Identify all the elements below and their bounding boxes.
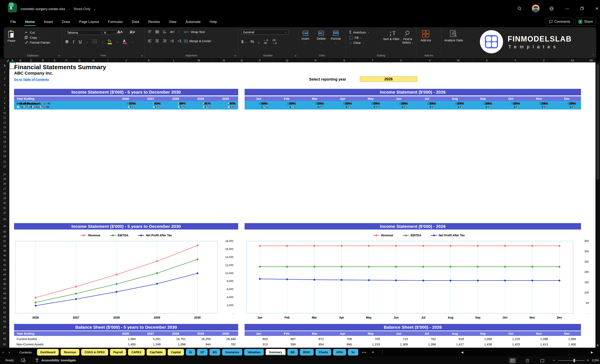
row-header-54[interactable]: 54 — [0, 320, 9, 324]
cell[interactable]: Oct — [497, 331, 525, 336]
scroll-down-icon[interactable]: ▼ — [596, 344, 599, 347]
column-header-P[interactable]: P — [247, 58, 273, 62]
find-select-button[interactable]: Find & Select ⌄ — [399, 31, 416, 45]
cell[interactable]: 1,309 — [385, 342, 413, 347]
cell[interactable]: 1,396 — [413, 342, 441, 347]
cell[interactable]: 1,096 — [163, 342, 188, 347]
cell[interactable]: 1,396 — [525, 337, 553, 341]
percent-style-button[interactable]: % — [251, 39, 254, 44]
cell[interactable]: 51% — [244, 105, 273, 109]
column-header-G[interactable]: G — [72, 58, 87, 62]
zoom-out-button[interactable]: − — [553, 358, 555, 363]
sheet-tab-cf[interactable]: CF — [197, 349, 207, 355]
column-header-J[interactable]: J — [116, 58, 136, 62]
row-header-28[interactable]: 28 — [0, 191, 9, 196]
cell[interactable]: Nov — [525, 96, 553, 101]
fill-button[interactable]: ↓Fill⌄ — [349, 36, 369, 39]
row-header-26[interactable]: 26 — [0, 182, 9, 186]
column-header-S[interactable]: S — [330, 58, 358, 62]
cell[interactable]: 2027 — [138, 96, 163, 101]
zoom-in-button[interactable]: + — [587, 358, 589, 363]
cell[interactable]: Mar — [301, 331, 329, 336]
row-header-39[interactable]: 39 — [0, 248, 9, 253]
cell[interactable]: Apr — [329, 96, 357, 101]
cell[interactable]: 672 — [301, 337, 329, 341]
comments-button[interactable]: Comments — [546, 18, 573, 26]
cell[interactable]: Aug — [441, 331, 469, 336]
cell[interactable]: 49% — [497, 105, 525, 109]
sheet-tab-revenue[interactable]: Revenue — [61, 349, 79, 355]
cell[interactable]: May — [357, 331, 385, 336]
addins-button[interactable]: Add-ins — [421, 30, 431, 42]
clear-button[interactable]: ◇Clear⌄ — [349, 41, 369, 45]
column-header-V[interactable]: V — [416, 58, 444, 62]
column-header-AB[interactable]: AB — [587, 58, 595, 62]
cell[interactable]: 50% — [301, 105, 329, 109]
menu-tab-insert[interactable]: Insert — [39, 17, 57, 27]
menu-tab-review[interactable]: Review — [144, 17, 164, 27]
align-bottom-icon[interactable] — [162, 30, 167, 34]
column-header-E[interactable]: E — [49, 58, 61, 62]
column-header-K[interactable]: K — [136, 58, 161, 62]
fill-color-button[interactable] — [108, 39, 112, 44]
more-sheets-icon[interactable]: ••• — [362, 351, 367, 354]
cell[interactable]: 687 — [273, 337, 301, 341]
cell[interactable]: 2028 — [163, 331, 188, 336]
sheet-tab-roic[interactable]: ROIC — [300, 349, 314, 355]
cell[interactable]: 2026 — [113, 331, 138, 336]
cell[interactable]: Jun — [385, 96, 413, 101]
cell[interactable]: 53% — [138, 105, 163, 109]
insert-cells-button[interactable]: Insert⌄ — [301, 31, 309, 44]
row-header-14[interactable]: 14 — [0, 130, 9, 135]
cell[interactable]: 49% — [113, 105, 138, 109]
row-header-31[interactable]: 31 — [0, 206, 9, 210]
row-header-22[interactable]: 22 — [0, 164, 9, 169]
cell[interactable]: 803 — [244, 337, 273, 341]
column-header-F[interactable]: F — [61, 58, 72, 62]
cell[interactable]: 1,400 — [553, 342, 581, 347]
cell[interactable]: 709 — [357, 337, 385, 341]
cell[interactable]: 51% — [273, 105, 301, 109]
tab-scroll-right-icon[interactable]: › — [6, 350, 12, 355]
cell[interactable]: 1,248 — [138, 342, 163, 347]
row-header-60[interactable]: 60 — [0, 341, 9, 348]
cell[interactable]: 2029 — [188, 331, 213, 336]
cell[interactable]: 918 — [441, 337, 469, 341]
cell[interactable]: 1,565 — [113, 337, 138, 341]
row-header-41[interactable]: 41 — [0, 258, 9, 263]
cell[interactable]: Feb — [273, 331, 301, 336]
cell[interactable]: Net Profit After Tax % — [14, 105, 113, 109]
row-header-1[interactable]: 1 — [0, 62, 9, 69]
row-header-17[interactable]: 17 — [0, 144, 9, 149]
menu-tab-file[interactable]: File — [6, 17, 20, 27]
shrink-font-button[interactable]: A˅ — [130, 30, 135, 35]
decrease-decimal-button[interactable]: .00→.0 — [272, 39, 277, 45]
alignment-dialog-launcher[interactable]: ⇲ — [234, 54, 236, 57]
table-of-contents-link[interactable]: Go to Table of Contents — [14, 78, 49, 81]
cell[interactable]: 792 — [213, 342, 238, 347]
cell[interactable]: 56% — [163, 105, 188, 109]
cell[interactable]: 1,153 — [357, 342, 385, 347]
format-cells-button[interactable]: Format⌄ — [331, 31, 341, 44]
increase-indent-icon[interactable] — [178, 39, 181, 43]
hscroll-right-icon[interactable]: ▶ — [588, 351, 596, 354]
cell[interactable]: Oct — [497, 96, 525, 101]
collapse-ribbon-icon[interactable]: ⌃ — [592, 54, 595, 57]
sheet-tab-cogs-opex[interactable]: COGS & OPEX — [81, 349, 108, 355]
cell[interactable]: 2030 — [213, 331, 238, 336]
format-painter-button[interactable]: Format Painter — [24, 40, 50, 44]
row-header-40[interactable]: 40 — [0, 253, 9, 258]
globe-icon[interactable] — [548, 5, 554, 12]
font-color-button[interactable]: A — [123, 39, 127, 44]
zoom-slider[interactable] — [558, 360, 585, 361]
sheet-tab-capital[interactable]: Capital — [168, 349, 184, 355]
sheet-tab-summary[interactable]: Summary — [266, 349, 286, 355]
cell[interactable]: Dec — [553, 331, 581, 336]
vertical-scrollbar-thumb[interactable] — [596, 64, 599, 180]
sheet-tab-capex[interactable]: CAPEX — [128, 349, 144, 355]
copy-button[interactable]: Copy⌄ — [24, 36, 50, 39]
increase-decimal-button[interactable]: ←.0.00 — [263, 39, 268, 45]
row-header-52[interactable]: 52 — [0, 310, 9, 315]
menu-tab-draw[interactable]: Draw — [57, 17, 75, 27]
row-header-49[interactable]: 49 — [0, 296, 9, 301]
